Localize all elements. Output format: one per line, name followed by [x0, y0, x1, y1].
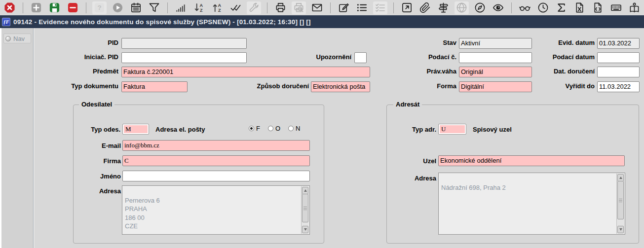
stav-label: Stav: [383, 39, 456, 47]
code-file-icon[interactable]: [591, 1, 605, 14]
prav-vaha-field[interactable]: Originál: [459, 67, 532, 77]
podaci-c-label: Podací č.: [383, 53, 456, 61]
signpost-icon[interactable]: [436, 1, 451, 14]
firma-field[interactable]: C: [122, 155, 310, 166]
email-type-radio-group: F O N: [249, 125, 300, 132]
svg-text:A: A: [218, 3, 222, 8]
radio-n-icon: [288, 126, 294, 131]
print-preview-icon[interactable]: [292, 1, 306, 14]
sender-legend: Odesílatel: [79, 101, 114, 108]
window-icon: ƒF: [2, 18, 10, 26]
addressee-legend: Adresát: [393, 101, 422, 108]
firma-label: Firma: [48, 157, 121, 165]
eye-icon[interactable]: [491, 1, 505, 14]
svg-text:A: A: [200, 3, 203, 8]
radio-f[interactable]: F: [249, 125, 260, 132]
dat-doruceni-label: Dat. doručení: [522, 68, 595, 75]
glasses-icon[interactable]: [518, 1, 532, 14]
addressee-adresa-label: Adresa: [364, 175, 436, 182]
bar-chart-icon[interactable]: [174, 1, 188, 14]
forma-label: Forma: [383, 82, 456, 90]
scroll-up-icon[interactable]: [617, 174, 624, 181]
dat-doruceni-field[interactable]: [597, 67, 640, 77]
addressee-adresa-textarea[interactable]: Nádražní 698, Praha 2: [438, 173, 625, 235]
add-icon[interactable]: [29, 1, 43, 14]
scroll-down-icon[interactable]: [617, 226, 624, 233]
forma-field[interactable]: Digitální: [459, 81, 532, 92]
globe-icon[interactable]: [455, 1, 469, 14]
list-icon[interactable]: [355, 1, 369, 14]
paperclip-icon[interactable]: [418, 1, 432, 14]
excel-file-icon[interactable]: [572, 1, 587, 14]
vyridit-do-label: Vyřídit do: [522, 82, 595, 90]
predmet-field[interactable]: Faktura č.220001: [121, 67, 370, 77]
save-icon[interactable]: [47, 1, 62, 14]
evid-datum-field: 01.03.2022: [597, 38, 640, 49]
sigma-icon[interactable]: [554, 1, 568, 14]
svg-text:?: ?: [97, 4, 101, 11]
spisovy-uzel-label: Spisový uzel: [473, 126, 512, 134]
typ-adr-field[interactable]: U: [438, 124, 466, 135]
external-link-icon[interactable]: [400, 1, 414, 14]
podaci-datum-field[interactable]: [597, 52, 640, 63]
delete-icon[interactable]: [66, 1, 80, 14]
nav-label: Nav: [13, 35, 25, 42]
keyboard-icon[interactable]: [609, 1, 623, 14]
scroll-thumb[interactable]: [617, 181, 624, 219]
zpusob-doruceni-field[interactable]: Elektronická pošta: [311, 81, 370, 92]
evid-datum-label: Evid. datum: [522, 39, 595, 47]
play-icon[interactable]: [111, 1, 125, 14]
radio-o[interactable]: O: [268, 125, 280, 132]
jmeno-label: Jméno: [48, 173, 121, 180]
radio-f-icon: [249, 126, 254, 131]
pid-field: [121, 38, 247, 49]
podaci-datum-label: Podací datum: [522, 53, 595, 61]
toolbar-separator: [86, 2, 86, 13]
jmeno-field[interactable]: [122, 171, 310, 181]
svg-text:Z: Z: [200, 8, 203, 13]
vyridit-do-field[interactable]: 11.03.2022: [597, 81, 640, 92]
close-icon[interactable]: [2, 1, 17, 14]
uzel-field[interactable]: Ekonomické oddělení: [438, 155, 625, 166]
double-check-icon[interactable]: [228, 1, 243, 14]
sort-desc-icon[interactable]: AZ: [192, 1, 206, 14]
checklist-icon[interactable]: [373, 1, 387, 14]
radio-n[interactable]: N: [288, 125, 300, 132]
typ-odes-label: Typ odes.: [47, 126, 120, 134]
podaci-c-field[interactable]: [459, 52, 532, 63]
calendar-icon[interactable]: [129, 1, 143, 14]
upozorneni-field[interactable]: [354, 52, 367, 63]
compass-icon[interactable]: [473, 1, 487, 14]
sender-adresa-label: Adresa: [48, 187, 121, 195]
sort-asc-icon[interactable]: AZ: [210, 1, 225, 14]
uzel-label: Uzel: [364, 157, 436, 165]
clock-icon[interactable]: [536, 1, 550, 14]
window-titlebar: ƒF 09142 - Evidence nového dokumentu do …: [0, 15, 644, 28]
email-field[interactable]: info@bbm.cz: [122, 140, 310, 151]
manual-icon[interactable]: [627, 1, 642, 14]
sidebar-item-nav[interactable]: Nav: [3, 34, 31, 43]
filter-icon[interactable]: [147, 1, 161, 14]
addressee-adresa-scrollbar[interactable]: [616, 174, 624, 234]
scroll-down-icon[interactable]: [302, 226, 308, 233]
radio-o-icon: [268, 126, 273, 131]
edit-icon[interactable]: [337, 1, 351, 14]
stav-field: Aktivní: [459, 38, 532, 49]
nav-radio-icon: [5, 36, 11, 41]
scroll-up-icon[interactable]: [302, 187, 308, 194]
typ-adr-label: Typ adr.: [364, 126, 436, 134]
pid-label: PID: [44, 39, 118, 47]
email-label: E-mail: [48, 142, 121, 150]
sender-adresa-textarea[interactable]: Pernerova 6 PRAHA 186 00 CZE: [122, 185, 310, 235]
help-icon[interactable]: ?: [92, 1, 107, 14]
wrench-icon[interactable]: [247, 1, 261, 14]
toolbar-separator: [167, 2, 168, 13]
iniciac-pid-field[interactable]: [121, 52, 247, 63]
typ-odes-field[interactable]: M: [122, 124, 149, 135]
typ-dokumentu-field[interactable]: Faktura: [121, 81, 188, 92]
toolbar-separator: [23, 2, 23, 13]
mail-icon[interactable]: [310, 1, 324, 14]
sender-adresa-scrollbar[interactable]: [301, 186, 309, 234]
scroll-thumb[interactable]: [302, 194, 308, 222]
print-icon[interactable]: [273, 1, 288, 14]
